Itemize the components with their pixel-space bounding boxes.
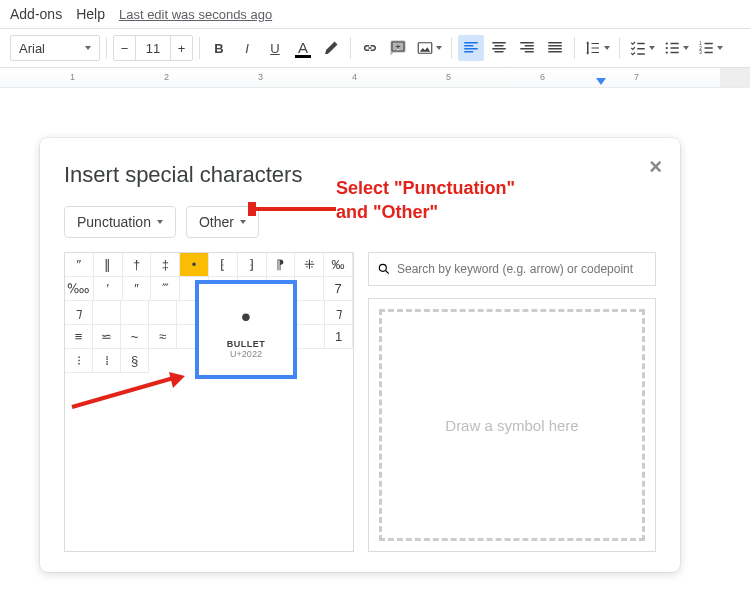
svg-text:3: 3: [699, 50, 702, 55]
underline-button[interactable]: U: [262, 35, 288, 61]
char-cell[interactable]: ‰: [324, 253, 353, 277]
svg-point-6: [666, 51, 668, 53]
ruler-marker[interactable]: [596, 78, 606, 85]
align-justify-icon: [546, 39, 564, 57]
checklist-icon: [629, 39, 647, 57]
ruler-margin: [720, 68, 750, 87]
character-panel: ″‖†‡•⁅⁆⁋⁜‰ ‱′″‴7 ⁊⁊ ≡⋍~≈1 ⁝⁞§ • BULLET U…: [64, 252, 354, 552]
char-cell[interactable]: ‡: [151, 253, 180, 277]
char-row-1: ″‖†‡•⁅⁆⁋⁜‰: [65, 253, 353, 277]
font-select[interactable]: Arial: [10, 35, 100, 61]
search-input[interactable]: [397, 262, 647, 276]
char-cell[interactable]: 7: [324, 277, 353, 301]
char-cell[interactable]: ⁊: [325, 301, 353, 325]
ruler-number: 7: [634, 72, 639, 82]
italic-button[interactable]: I: [234, 35, 260, 61]
ruler-number: 4: [352, 72, 357, 82]
char-cell[interactable]: 1: [325, 325, 353, 349]
link-icon: [361, 39, 379, 57]
char-cell[interactable]: ‴: [151, 277, 180, 301]
char-cell[interactable]: ‱: [65, 277, 94, 301]
bold-button[interactable]: B: [206, 35, 232, 61]
separator: [619, 37, 620, 59]
decrease-size-button[interactable]: −: [114, 36, 136, 60]
checklist-button[interactable]: [626, 35, 658, 61]
category-dropdown[interactable]: Punctuation: [64, 206, 176, 238]
separator: [350, 37, 351, 59]
comment-button[interactable]: [385, 35, 411, 61]
increase-size-button[interactable]: +: [170, 36, 192, 60]
char-cell[interactable]: ≡: [65, 325, 93, 349]
highlight-icon: [322, 39, 340, 57]
annotation-line1: Select "Punctuation": [336, 176, 515, 200]
separator: [199, 37, 200, 59]
align-right-icon: [518, 39, 536, 57]
comment-icon: [389, 39, 407, 57]
align-center-button[interactable]: [486, 35, 512, 61]
char-cell[interactable]: ~: [121, 325, 149, 349]
line-spacing-button[interactable]: [581, 35, 613, 61]
char-cell[interactable]: ≈: [149, 325, 177, 349]
number-list-button[interactable]: 123: [694, 35, 726, 61]
menu-help[interactable]: Help: [76, 6, 105, 22]
char-cell[interactable]: ″: [123, 277, 152, 301]
draw-hint: Draw a symbol here: [445, 417, 578, 434]
char-cell[interactable]: ″: [65, 253, 94, 277]
char-cell[interactable]: •: [180, 253, 209, 277]
char-cell[interactable]: [149, 301, 177, 325]
annotation-text: Select "Punctuation" and "Other": [336, 176, 515, 225]
category-label: Punctuation: [77, 214, 151, 230]
tooltip-name: BULLET: [227, 339, 266, 349]
char-cell[interactable]: ⁝: [65, 349, 93, 373]
annotation-line2: and "Other": [336, 200, 515, 224]
tooltip-char: •: [241, 301, 251, 333]
char-cell[interactable]: [295, 277, 324, 301]
search-panel: Draw a symbol here: [368, 252, 656, 552]
ruler-number: 5: [446, 72, 451, 82]
chevron-down-icon: [240, 220, 246, 224]
number-list-icon: 123: [697, 39, 715, 57]
char-cell[interactable]: [93, 301, 121, 325]
menu-addons[interactable]: Add-ons: [10, 6, 62, 22]
tooltip-code: U+2022: [230, 349, 262, 359]
line-spacing-icon: [584, 39, 602, 57]
bullet-list-button[interactable]: [660, 35, 692, 61]
svg-point-5: [666, 47, 668, 49]
char-cell[interactable]: §: [121, 349, 149, 373]
image-icon: [416, 39, 434, 57]
char-cell[interactable]: ⁜: [295, 253, 324, 277]
ruler-number: 3: [258, 72, 263, 82]
char-cell[interactable]: [121, 301, 149, 325]
font-name: Arial: [19, 41, 45, 56]
char-cell[interactable]: ′: [94, 277, 123, 301]
char-cell[interactable]: †: [123, 253, 152, 277]
text-color-button[interactable]: A: [290, 35, 316, 61]
align-center-icon: [490, 39, 508, 57]
link-button[interactable]: [357, 35, 383, 61]
subcategory-dropdown[interactable]: Other: [186, 206, 259, 238]
image-button[interactable]: [413, 35, 445, 61]
highlight-button[interactable]: [318, 35, 344, 61]
align-left-button[interactable]: [458, 35, 484, 61]
chevron-down-icon: [157, 220, 163, 224]
char-cell[interactable]: ⁋: [267, 253, 296, 277]
separator: [106, 37, 107, 59]
bullet-list-icon: [663, 39, 681, 57]
align-justify-button[interactable]: [542, 35, 568, 61]
ruler-number: 6: [540, 72, 545, 82]
search-icon: [377, 262, 391, 276]
align-left-icon: [462, 39, 480, 57]
last-edit-link[interactable]: Last edit was seconds ago: [119, 7, 272, 22]
align-right-button[interactable]: [514, 35, 540, 61]
char-cell[interactable]: ⋍: [93, 325, 121, 349]
char-cell[interactable]: ‖: [94, 253, 123, 277]
char-cell[interactable]: ⁞: [93, 349, 121, 373]
font-size-value[interactable]: 11: [136, 41, 170, 56]
char-cell[interactable]: ⁆: [238, 253, 267, 277]
toolbar: Arial − 11 + B I U A: [0, 28, 750, 68]
close-button[interactable]: ×: [649, 154, 662, 180]
char-cell[interactable]: ⁊: [65, 301, 93, 325]
char-cell[interactable]: ⁅: [209, 253, 238, 277]
draw-area[interactable]: Draw a symbol here: [379, 309, 645, 541]
dialog-body: ″‖†‡•⁅⁆⁋⁜‰ ‱′″‴7 ⁊⁊ ≡⋍~≈1 ⁝⁞§ • BULLET U…: [64, 252, 656, 552]
